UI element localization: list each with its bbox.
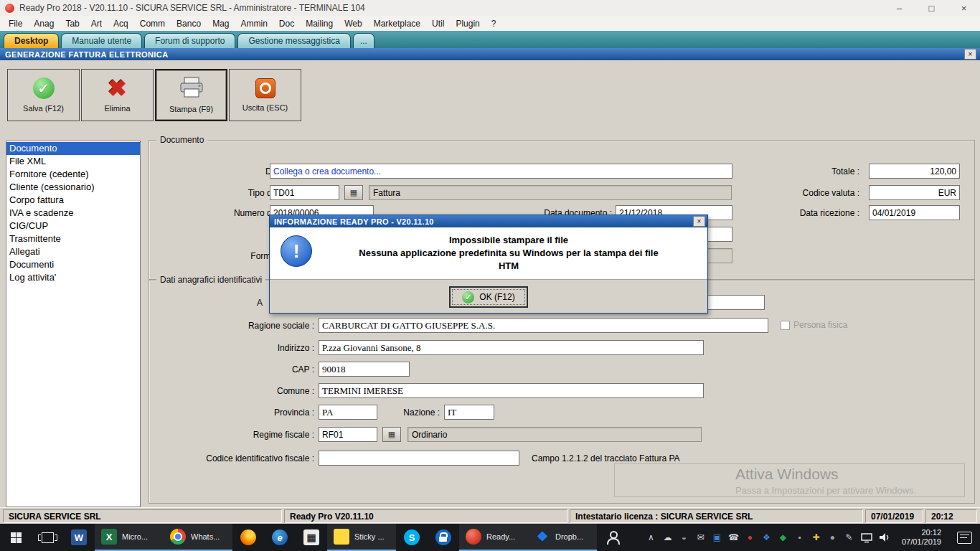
menu-item-mailing[interactable]: Mailing bbox=[300, 17, 339, 30]
taskbar-app-firefox[interactable] bbox=[232, 524, 264, 551]
app-icon bbox=[5, 4, 14, 13]
network-icon[interactable] bbox=[857, 532, 876, 543]
ok-button[interactable]: ✓ OK (F12) bbox=[449, 286, 528, 308]
sidebar-item-file-xml[interactable]: File XML bbox=[6, 155, 140, 168]
salva-button[interactable]: ✓ Salva (F12) bbox=[7, 69, 80, 121]
ragione-sociale-input[interactable]: CARBURCAT DI GATTO GIUSEPPE S.A.S. bbox=[319, 318, 768, 333]
tipo-documento-code-input[interactable]: TD01 bbox=[270, 185, 339, 200]
task-view-button[interactable] bbox=[32, 524, 63, 551]
stampa-button[interactable]: Stampa (F9) bbox=[155, 69, 227, 121]
indirizzo-input[interactable]: P.zza Giovanni Sansone, 8 bbox=[319, 340, 704, 355]
taskbar-app-dropbox[interactable]: ❖ Dropb... bbox=[528, 524, 597, 551]
tray-expand-icon[interactable]: ∧ bbox=[643, 532, 659, 542]
sidebar-item-cig-cup[interactable]: CIG/CUP bbox=[6, 220, 140, 232]
volume-icon[interactable] bbox=[876, 532, 895, 542]
sidebar-item-documenti[interactable]: Documenti bbox=[6, 258, 140, 271]
tab-forum-di-supporto[interactable]: Forum di supporto bbox=[144, 33, 235, 48]
totale-input[interactable]: 120,00 bbox=[869, 164, 960, 179]
taskbar-app-word[interactable]: W bbox=[63, 524, 95, 551]
info-icon: ! bbox=[281, 235, 312, 267]
tray-plus-icon[interactable]: ✚ bbox=[808, 532, 824, 542]
tab-manuale-utente[interactable]: Manuale utente bbox=[61, 33, 142, 48]
sidebar-item-iva-scadenze[interactable]: IVA e scadenze bbox=[6, 207, 140, 220]
menu-item-art[interactable]: Art bbox=[85, 17, 108, 30]
status-company: SICURA SERVICE SRL bbox=[3, 509, 282, 523]
provincia-input[interactable]: PA bbox=[319, 405, 377, 420]
taskbar-app-excel[interactable]: X Micro... bbox=[95, 524, 164, 551]
regime-fiscale-code-input[interactable]: RF01 bbox=[319, 427, 377, 442]
taskbar-app-skype[interactable]: S bbox=[396, 524, 428, 551]
tray-status-icon[interactable]: ◆ bbox=[775, 532, 791, 542]
maximize-button[interactable]: □ bbox=[915, 0, 948, 16]
tray-phone-icon[interactable]: ☎ bbox=[725, 532, 742, 542]
cap-input[interactable]: 90018 bbox=[319, 362, 410, 377]
tray-teamviewer-icon[interactable]: ▣ bbox=[709, 532, 725, 542]
persona-fisica-checkbox[interactable]: Persona fisica bbox=[781, 320, 847, 330]
tab-more[interactable]: ... bbox=[353, 33, 374, 48]
nazione-input[interactable]: IT bbox=[444, 405, 494, 420]
tray-alert-icon[interactable]: ● bbox=[742, 532, 758, 542]
calculator-icon: ▦ bbox=[303, 529, 319, 545]
comune-input[interactable]: TERMINI IMERESE bbox=[319, 383, 704, 398]
codice-fiscale-label: Codice identificativo fiscale : bbox=[156, 453, 314, 463]
menu-item-acq[interactable]: Acq bbox=[108, 17, 134, 30]
dialog-close-icon[interactable]: × bbox=[693, 216, 705, 227]
codice-valuta-input[interactable]: EUR bbox=[869, 185, 960, 200]
status-bar: SICURA SERVICE SRL Ready Pro V20.11.10 I… bbox=[0, 507, 980, 524]
taskbar-app-chrome[interactable]: Whats... bbox=[164, 524, 232, 551]
tray-mail-icon[interactable]: ✉ bbox=[692, 532, 709, 542]
taskbar-app-sticky-notes[interactable]: Sticky ... bbox=[327, 524, 396, 551]
menu-item-tab[interactable]: Tab bbox=[60, 17, 85, 30]
tab-gestione-messaggistica[interactable]: Gestione messaggistica bbox=[237, 33, 350, 48]
taskbar-app-lock[interactable] bbox=[428, 524, 459, 551]
data-ricezione-input[interactable]: 04/01/2019 bbox=[869, 205, 960, 220]
ok-check-icon: ✓ bbox=[462, 291, 474, 303]
module-close-icon[interactable]: × bbox=[964, 49, 976, 60]
menu-item-web[interactable]: Web bbox=[339, 17, 367, 30]
tray-app-icon[interactable]: ▪ bbox=[791, 532, 808, 542]
menu-item-util[interactable]: Util bbox=[426, 17, 450, 30]
people-button[interactable] bbox=[597, 524, 628, 551]
dialog-title-bar[interactable]: INFORMAZIONE READY PRO - V20.11.10 × bbox=[270, 215, 707, 227]
checkbox-box-icon bbox=[781, 321, 790, 330]
close-button[interactable]: × bbox=[948, 0, 980, 16]
sidebar-item-documento[interactable]: Documento bbox=[6, 142, 140, 155]
start-button[interactable] bbox=[0, 524, 32, 551]
tray-cloud-icon[interactable]: ☁ bbox=[659, 532, 676, 542]
tray-pen-icon[interactable]: ✎ bbox=[841, 532, 857, 542]
sidebar-item-fornitore[interactable]: Fornitore (cedente) bbox=[6, 168, 140, 181]
sidebar-item-cliente[interactable]: Cliente (cessionario) bbox=[6, 181, 140, 194]
menu-item-banco[interactable]: Banco bbox=[171, 17, 207, 30]
elimina-button[interactable]: ✖ Elimina bbox=[81, 69, 154, 121]
taskbar-app-ready-pro[interactable]: Ready... bbox=[459, 524, 528, 551]
tab-strip: Desktop Manuale utente Forum di supporto… bbox=[0, 31, 980, 48]
tray-dot-icon[interactable]: ● bbox=[824, 532, 841, 542]
menu-item-anag[interactable]: Anag bbox=[28, 17, 60, 30]
minimize-button[interactable]: – bbox=[883, 0, 915, 16]
regime-fiscale-browse-button[interactable]: ▦ bbox=[382, 427, 401, 442]
tipo-documento-desc-field: Fattura bbox=[369, 185, 732, 200]
tray-sync-icon[interactable]: ◒ bbox=[676, 532, 692, 542]
menu-item-plugin[interactable]: Plugin bbox=[450, 17, 485, 30]
uscita-button[interactable]: Uscita (ESC) bbox=[229, 69, 301, 121]
sidebar-item-trasmittente[interactable]: Trasmittente bbox=[6, 232, 140, 245]
menu-item-ammin[interactable]: Ammin bbox=[235, 17, 273, 30]
menu-item-marketplace[interactable]: Marketplace bbox=[368, 17, 426, 30]
menu-item-file[interactable]: File bbox=[3, 17, 28, 30]
menu-item-comm[interactable]: Comm bbox=[134, 17, 171, 30]
codice-fiscale-input[interactable] bbox=[319, 451, 519, 466]
taskbar-app-edge[interactable]: e bbox=[264, 524, 296, 551]
menu-item-mag[interactable]: Mag bbox=[207, 17, 235, 30]
taskbar-app-calculator[interactable]: ▦ bbox=[296, 524, 327, 551]
documento-input[interactable]: Collega o crea documento... bbox=[270, 164, 732, 179]
tray-dropbox-icon[interactable]: ❖ bbox=[758, 532, 775, 542]
action-center-button[interactable] bbox=[948, 532, 980, 544]
tab-desktop[interactable]: Desktop bbox=[4, 33, 59, 48]
menu-item-doc[interactable]: Doc bbox=[273, 17, 300, 30]
tipo-documento-browse-button[interactable]: ▦ bbox=[344, 185, 363, 200]
sidebar-item-log-attivita[interactable]: Log attivita' bbox=[6, 271, 140, 284]
menu-item-help[interactable]: ? bbox=[486, 17, 502, 30]
taskbar-clock[interactable]: 20:12 07/01/2019 bbox=[895, 528, 948, 547]
sidebar-item-corpo-fattura[interactable]: Corpo fattura bbox=[6, 194, 140, 207]
sidebar-item-allegati[interactable]: Allegati bbox=[6, 245, 140, 258]
